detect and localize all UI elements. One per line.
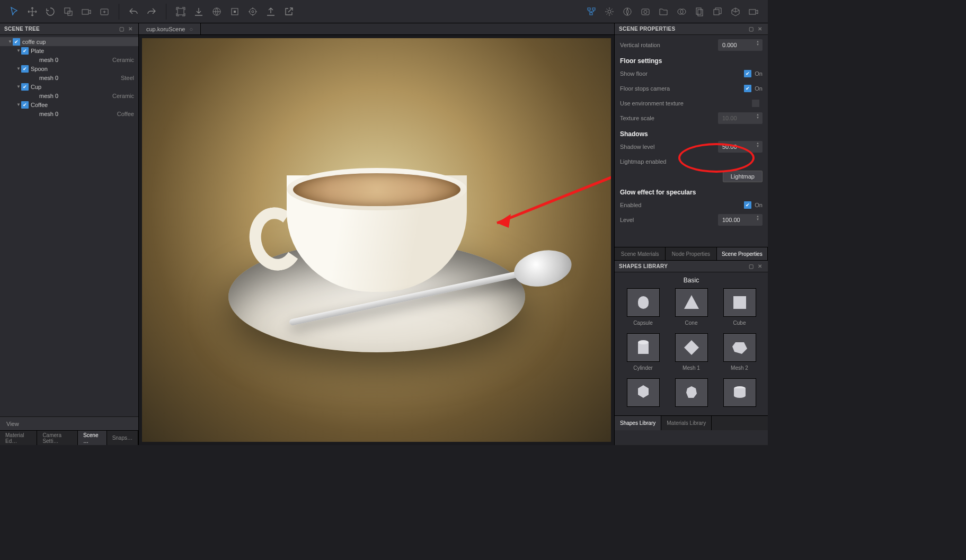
show-floor-label: Show floor bbox=[620, 70, 744, 77]
use-env-label: Use environment texture bbox=[620, 100, 752, 106]
left-tabs: Material Ed…Camera Setti…Scene …Snaps… bbox=[0, 430, 138, 445]
svg-rect-2 bbox=[82, 10, 88, 14]
svg-rect-21 bbox=[714, 10, 719, 15]
camera-icon[interactable] bbox=[77, 3, 95, 21]
lightmap-button[interactable]: Lightmap bbox=[723, 171, 763, 182]
hierarchy-icon[interactable] bbox=[582, 3, 600, 21]
photo-icon[interactable] bbox=[636, 3, 654, 21]
scene-tree[interactable]: ▼✔coffe cup▼✔Platemesh 0Ceramic▼✔Spoonme… bbox=[0, 35, 138, 416]
maximize-icon[interactable]: ▢ bbox=[748, 25, 755, 33]
tree-node[interactable]: mesh 0Steel bbox=[0, 73, 138, 82]
stack-icon[interactable] bbox=[708, 3, 726, 21]
tree-footer[interactable]: View bbox=[0, 416, 138, 430]
close-icon[interactable]: ✕ bbox=[127, 25, 134, 33]
tab-close-icon[interactable]: ○ bbox=[189, 26, 193, 32]
left-tab[interactable]: Snaps… bbox=[107, 431, 138, 445]
tree-node[interactable]: ▼✔coffe cup bbox=[0, 37, 138, 46]
expand-arrow-icon[interactable]: ▼ bbox=[16, 66, 21, 71]
left-tab[interactable]: Camera Setti… bbox=[37, 431, 78, 445]
compass-icon[interactable] bbox=[618, 3, 636, 21]
shape-item[interactable]: Mesh 1 bbox=[670, 333, 712, 371]
shape-thumbnail bbox=[723, 288, 756, 317]
tree-node[interactable]: mesh 0Ceramic bbox=[0, 91, 138, 100]
glow-enabled-checkbox[interactable]: ✔ bbox=[744, 201, 751, 209]
shape-item[interactable]: Mesh 2 bbox=[719, 333, 760, 371]
glow-header: Glow effect for speculars bbox=[620, 189, 763, 196]
visibility-checkbox[interactable]: ✔ bbox=[13, 38, 20, 46]
properties-tab[interactable]: Scene Materials bbox=[615, 247, 666, 260]
cards-icon[interactable] bbox=[690, 3, 708, 21]
tree-node[interactable]: mesh 0Ceramic bbox=[0, 55, 138, 64]
left-tab[interactable]: Material Ed… bbox=[0, 431, 37, 445]
tree-node[interactable]: ▼✔Coffee bbox=[0, 100, 138, 109]
viewport-panel: cup.koruScene ○ bbox=[139, 23, 614, 445]
expand-arrow-icon[interactable]: ▼ bbox=[16, 102, 21, 107]
library-tab[interactable]: Shapes Library bbox=[615, 416, 661, 430]
shape-item[interactable] bbox=[719, 378, 760, 410]
cursor-icon[interactable] bbox=[5, 3, 23, 21]
vertical-rotation-input[interactable]: 0.000▲▼ bbox=[718, 39, 763, 51]
shape-item[interactable] bbox=[670, 378, 712, 410]
undo-icon[interactable] bbox=[125, 3, 143, 21]
tree-node[interactable]: mesh 0Coffee bbox=[0, 109, 138, 118]
tree-node-material: Ceramic bbox=[112, 57, 134, 63]
box-icon[interactable] bbox=[226, 3, 244, 21]
expand-arrow-icon[interactable]: ▼ bbox=[16, 48, 21, 53]
3d-viewport[interactable] bbox=[142, 38, 611, 442]
shape-item[interactable]: Cone bbox=[670, 288, 712, 326]
gear-icon[interactable] bbox=[600, 3, 618, 21]
camera2-icon[interactable] bbox=[745, 3, 763, 21]
properties-tab[interactable]: Scene Properties bbox=[717, 247, 768, 260]
close-icon[interactable]: ✕ bbox=[756, 263, 764, 270]
download-icon[interactable] bbox=[190, 3, 208, 21]
maximize-icon[interactable]: ▢ bbox=[748, 263, 755, 270]
visibility-checkbox[interactable]: ✔ bbox=[21, 47, 29, 55]
close-icon[interactable]: ✕ bbox=[756, 25, 764, 33]
expand-arrow-icon[interactable]: ▼ bbox=[16, 84, 21, 89]
tree-node[interactable]: ▼✔Cup bbox=[0, 82, 138, 91]
use-env-checkbox[interactable] bbox=[752, 100, 759, 107]
folder-icon[interactable] bbox=[654, 3, 672, 21]
panel-header: SCENE TREE ▢ ✕ bbox=[0, 23, 138, 35]
properties-tab[interactable]: Node Properties bbox=[666, 247, 716, 260]
glow-level-input[interactable]: 100.00▲▼ bbox=[718, 214, 763, 226]
export-icon[interactable] bbox=[280, 3, 298, 21]
render-cup bbox=[287, 175, 467, 292]
maximize-icon[interactable]: ▢ bbox=[118, 25, 126, 33]
shape-item[interactable] bbox=[622, 378, 664, 410]
library-tab[interactable]: Materials Library bbox=[661, 416, 712, 430]
show-floor-checkbox[interactable]: ✔ bbox=[744, 70, 751, 77]
shape-label: Cube bbox=[733, 320, 746, 326]
layers-icon[interactable] bbox=[672, 3, 690, 21]
visibility-checkbox[interactable]: ✔ bbox=[21, 65, 29, 73]
redo-icon[interactable] bbox=[143, 3, 161, 21]
svg-rect-27 bbox=[733, 296, 746, 309]
shape-item[interactable]: Cube bbox=[719, 288, 760, 326]
refresh-icon[interactable] bbox=[244, 3, 262, 21]
visibility-checkbox[interactable]: ✔ bbox=[21, 101, 29, 109]
rotate-icon[interactable] bbox=[41, 3, 59, 21]
globe-icon[interactable] bbox=[208, 3, 226, 21]
upload-icon[interactable] bbox=[262, 3, 280, 21]
left-tab[interactable]: Scene … bbox=[78, 431, 107, 445]
expand-arrow-icon[interactable]: ▼ bbox=[7, 39, 13, 44]
tree-node[interactable]: ▼✔Spoon bbox=[0, 64, 138, 73]
move-icon[interactable] bbox=[23, 3, 41, 21]
scale-icon[interactable] bbox=[59, 3, 77, 21]
floor-settings-header: Floor settings bbox=[620, 57, 763, 65]
svg-marker-31 bbox=[732, 342, 747, 354]
visibility-checkbox[interactable]: ✔ bbox=[21, 83, 29, 91]
tree-node[interactable]: ▼✔Plate bbox=[0, 46, 138, 55]
shape-item[interactable]: Cylinder bbox=[622, 333, 664, 371]
shape-item[interactable]: Capsule bbox=[622, 288, 664, 326]
floor-stops-checkbox[interactable]: ✔ bbox=[744, 85, 751, 92]
cube-icon[interactable] bbox=[726, 3, 745, 21]
add-icon[interactable] bbox=[95, 3, 113, 21]
shape-label: Cylinder bbox=[633, 365, 653, 371]
scene-properties: Vertical rotation 0.000▲▼ Floor settings… bbox=[615, 35, 768, 247]
svg-rect-25 bbox=[638, 296, 649, 309]
tree-node-label: coffe cup bbox=[22, 39, 46, 45]
shape-label: Cone bbox=[685, 320, 698, 326]
document-tab[interactable]: cup.koruScene ○ bbox=[139, 23, 201, 34]
focus-icon[interactable] bbox=[172, 3, 190, 21]
